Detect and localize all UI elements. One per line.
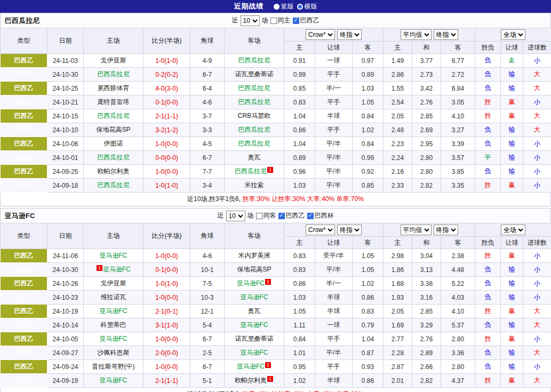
filter-checkbox-2[interactable]: 巴西杯 (307, 211, 334, 220)
europe-odds-cell: 2.54 (384, 95, 412, 109)
red-card-badge: 1 (267, 167, 273, 173)
full-match-select[interactable]: 全场 (501, 225, 525, 235)
team-name-text: 戈伊亚斯 (101, 57, 126, 64)
home-team-cell: 保地花高SP (84, 123, 143, 137)
table-row: 巴西乙24-10-10保地花高SP3-2(1-2)3-3巴西瓜拉尼0.86平手1… (1, 123, 551, 137)
score-cell: 2-0(0-0) (143, 346, 190, 360)
result-cell: 小 (523, 151, 551, 165)
odds-provider-select[interactable]: Crow* (306, 225, 335, 235)
league-type-cell: 巴西乙 (1, 68, 47, 82)
checkbox-icon[interactable] (270, 18, 277, 24)
team-name: 亚马逊FC (1, 211, 35, 221)
league-type-cell: 巴西乙 (1, 82, 47, 95)
europe-odds-cell: 3.42 (412, 82, 441, 95)
europe-odds-cell: 5.37 (441, 318, 475, 332)
date-cell: 24-10-15 (47, 109, 84, 123)
final-odds-select[interactable]: 终指 (337, 29, 362, 40)
checkbox-label: 巴西杯 (315, 211, 334, 220)
result-cell: 小 (523, 179, 551, 193)
filter-checkbox-0[interactable]: 同客 (256, 211, 276, 220)
sub-col-header: 让球 (315, 237, 353, 249)
odds-provider-select[interactable]: Crow* (306, 29, 335, 40)
europe-odds-cell: 2.80 (441, 360, 475, 374)
europe-odds-cell: 1.93 (384, 291, 412, 305)
table-row: 巴西乙24-09-19亚马逊FC2-1(1-1)5-1欧帕尔利奥11.02半球0… (1, 374, 551, 388)
home-team-cell: 亚马逊FC (84, 305, 143, 318)
league-type-cell: 巴西乙 (1, 360, 47, 374)
europe-odds-cell: 3.38 (412, 277, 441, 291)
table-row: 巴西乙24-10-19亚马逊FC2-1(0-1)12-1奥瓦1.05半球0.83… (1, 305, 551, 318)
sections-container: 巴西瓜拉尼近10场同主巴西乙类型日期主场比分(半场)角球客场Crow*终指平均值… (0, 13, 551, 392)
view-mode-radio-1[interactable]: 横版 (297, 2, 317, 11)
handicap-odds-cell: 0.85 (353, 179, 384, 193)
topbar: 近期战绩 竖版横版 (0, 0, 551, 13)
table-row: 巴西乙24-10-26戈伊亚斯1-0(1-0)7-5亚马逊FC10.86半/一1… (1, 277, 551, 291)
europe-odds-cell: 3.57 (441, 151, 475, 165)
handicap-odds-cell: 1.03 (353, 82, 384, 95)
europe-odds-cell: 2.85 (412, 305, 441, 318)
view-mode-radio-0[interactable]: 竖版 (274, 2, 294, 11)
final-avg-select[interactable]: 终指 (434, 225, 458, 235)
team-name-text: 巴西瓜拉尼 (98, 181, 130, 189)
corner-cell: 6-4 (190, 82, 225, 95)
home-team-cell: 累西腓体育 (84, 82, 143, 95)
filter-checkbox-0[interactable]: 同主 (270, 16, 291, 25)
result-cell: 小 (523, 95, 551, 109)
result-cell: 小 (523, 137, 551, 151)
final-avg-select[interactable]: 终指 (434, 29, 458, 40)
handicap-odds-cell: 0.93 (353, 360, 384, 374)
result-cell: 大 (523, 68, 551, 82)
team-name-text: 欧帕尔利奥 (98, 167, 130, 175)
avg-odds-select[interactable]: 平均值 (401, 29, 432, 40)
handicap-odds-cell: 半球 (315, 305, 353, 318)
odds-group-header: 平均值终指 (384, 28, 475, 42)
handicap-odds-cell: 0.86 (284, 277, 315, 291)
league-type-cell: 巴西乙 (1, 374, 47, 388)
recent-count-select[interactable]: 10 (241, 15, 260, 26)
checkbox-icon[interactable] (307, 213, 314, 219)
table-row: 巴西乙24-09-27沙佩科恩斯2-0(0-0)2-5亚马逊FC1.01平/半0… (1, 346, 551, 360)
handicap-odds-cell: 0.91 (284, 54, 315, 68)
table-row: 巴西乙24-09-25欧帕尔利奥1-0(0-0)7-7巴西瓜拉尼10.96平/半… (1, 165, 551, 179)
corner-cell: 4-9 (190, 54, 225, 68)
filter-games-label: 场 (262, 16, 268, 25)
filter-checkbox-1[interactable]: 巴西乙 (278, 211, 305, 220)
europe-odds-cell: 2.33 (384, 179, 412, 193)
handicap-odds-cell: 1.05 (353, 95, 384, 109)
avg-odds-select[interactable]: 平均值 (401, 225, 432, 235)
score-cell: 1-0(0-0) (143, 249, 190, 263)
checkbox-icon[interactable] (293, 18, 299, 24)
date-cell: 24-09-27 (47, 346, 84, 360)
europe-odds-cell: 3.85 (441, 165, 475, 179)
checkbox-icon[interactable] (256, 213, 262, 219)
checkbox-icon[interactable] (278, 213, 285, 219)
handicap-odds-cell: 0.86 (353, 374, 384, 388)
handicap-odds-cell: 半球 (315, 291, 353, 305)
final-odds-select[interactable]: 终指 (337, 225, 362, 235)
europe-odds-cell: 3.35 (441, 179, 475, 193)
handicap-odds-cell: 一球 (315, 54, 353, 68)
recent-count-select[interactable]: 10 (226, 211, 245, 221)
sub-col-header: 客 (441, 237, 475, 249)
home-team-cell: 维拉诺瓦 (84, 291, 143, 305)
corner-cell: 3-7 (190, 109, 225, 123)
result-cell: 输 (501, 68, 523, 82)
radio-icon[interactable] (274, 4, 280, 10)
date-cell: 24-09-18 (47, 179, 84, 193)
away-team-cell: 奥瓦 (225, 151, 284, 165)
europe-odds-cell: 2.89 (412, 346, 441, 360)
result-cell: 小 (523, 360, 551, 374)
result-cell: 走 (501, 54, 523, 68)
league-type-cell: 巴西乙 (1, 95, 47, 109)
radio-icon[interactable] (297, 4, 303, 10)
full-match-select[interactable]: 全场 (501, 29, 525, 40)
away-team-cell: 保地花高SP (225, 263, 284, 277)
result-cell: 赢 (501, 305, 523, 318)
europe-odds-cell: 1.55 (384, 82, 412, 95)
score-cell: 3-2(1-2) (143, 123, 190, 137)
result-cell: 胜 (475, 305, 501, 318)
filter-checkbox-1[interactable]: 巴西乙 (293, 16, 320, 25)
result-cell: 负 (475, 68, 501, 82)
odds-group-header: Crow*终指 (284, 28, 384, 42)
away-team-cell: 亚马逊FC1 (225, 277, 284, 291)
